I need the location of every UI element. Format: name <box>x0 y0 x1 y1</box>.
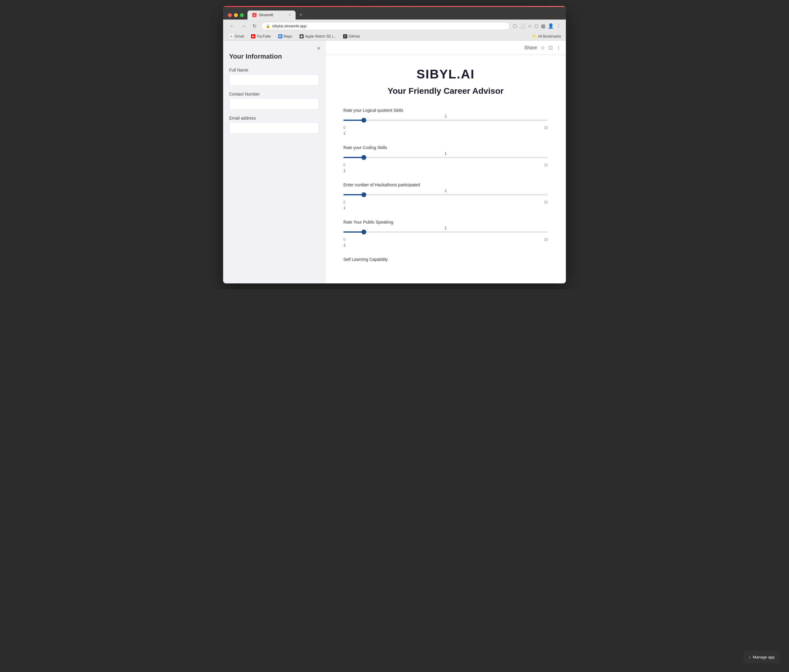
bookmark-github[interactable]: ⬡ GitHub <box>342 33 361 39</box>
logical-quotient-section: Rate your Logical quotient Skills 1 0 10… <box>343 108 548 135</box>
logical-quotient-current: 1 <box>343 131 548 135</box>
share-button[interactable]: Share <box>524 45 537 51</box>
cast-button[interactable]: ⬡ <box>513 23 517 29</box>
sidebar-close-button[interactable]: × <box>317 45 320 52</box>
coding-skills-value-top: 1 <box>343 151 548 156</box>
public-speaking-min: 0 <box>343 237 345 242</box>
app-container: Share ☆ ⬡ ⋮ × Your Information Full Name… <box>223 41 566 283</box>
contact-number-group: Contact Number <box>229 92 319 110</box>
public-speaking-section: Rate Your Public Speaking 1 0 10 1 <box>343 220 548 247</box>
hackathons-current: 1 <box>343 205 548 210</box>
email-address-input[interactable] <box>229 122 319 134</box>
public-speaking-range-labels: 0 10 <box>343 237 548 242</box>
traffic-lights <box>228 13 244 17</box>
public-speaking-input[interactable] <box>343 231 548 236</box>
tab-bar: S Streamlit × + <box>248 11 548 19</box>
gmail-favicon: G <box>229 34 233 38</box>
close-button[interactable] <box>228 13 232 17</box>
contact-number-input[interactable] <box>229 98 319 110</box>
sidebar-button[interactable]: ▦ <box>541 23 545 29</box>
topbar-star-button[interactable]: ☆ <box>541 45 545 51</box>
coding-skills-current: 1 <box>343 168 548 173</box>
full-name-label: Full Name <box>229 68 319 72</box>
public-speaking-slider-container <box>343 231 548 236</box>
github-favicon: ⬡ <box>343 34 347 38</box>
coding-skills-input[interactable] <box>343 157 548 162</box>
bookmarks-bar: G Gmail ▶ YouTube M Maps ◆ Apple Watch S… <box>223 32 566 41</box>
logical-quotient-min: 0 <box>343 126 345 130</box>
tab-title: Streamlit <box>259 13 273 17</box>
logical-quotient-input[interactable] <box>343 119 548 124</box>
tab-favicon: S <box>252 13 257 17</box>
lock-icon: 🔒 <box>266 24 270 28</box>
public-speaking-label: Rate Your Public Speaking <box>343 220 548 225</box>
apple-favicon: ◆ <box>299 34 304 38</box>
coding-skills-label: Rate your Coding Skills <box>343 145 548 150</box>
coding-skills-section: Rate your Coding Skills 1 0 10 1 <box>343 145 548 173</box>
app-topbar: Share ☆ ⬡ ⋮ <box>325 41 566 55</box>
menu-button[interactable]: ⋮ <box>556 23 561 29</box>
coding-skills-min: 0 <box>343 163 345 167</box>
maps-favicon: M <box>278 34 282 38</box>
topbar-menu-button[interactable]: ⋮ <box>556 45 561 51</box>
public-speaking-current: 1 <box>343 243 548 247</box>
browser-window: S Streamlit × + ← → ↻ 🔒 sibylai.streamli… <box>223 6 566 283</box>
nav-bar: ← → ↻ 🔒 sibylai.streamlit.app ⬡ ⬜ ☆ ⬡ ▦ … <box>223 19 566 32</box>
sidebar: × Your Information Full Name Contact Num… <box>223 41 325 283</box>
contact-number-label: Contact Number <box>229 92 319 97</box>
maps-label: Maps <box>284 34 292 38</box>
nav-actions: ⬡ ⬜ ☆ ⬡ ▦ 👤 ⋮ <box>513 23 561 29</box>
logical-quotient-slider-container <box>343 119 548 124</box>
apple-label: Apple Watch SE |... <box>305 34 336 38</box>
bookmark-maps[interactable]: M Maps <box>277 33 294 39</box>
star-button[interactable]: ☆ <box>528 23 532 29</box>
full-name-input[interactable] <box>229 74 319 86</box>
new-tab-button[interactable]: + <box>297 11 305 19</box>
full-name-group: Full Name <box>229 68 319 86</box>
public-speaking-max: 10 <box>544 237 548 242</box>
app-subtitle: Your Friendly Career Advisor <box>343 86 548 96</box>
topbar-github-button[interactable]: ⬡ <box>548 45 553 51</box>
youtube-label: YouTube <box>257 34 271 38</box>
back-button[interactable]: ← <box>228 23 236 29</box>
self-learning-section: Self Learning Capability <box>343 257 548 262</box>
coding-skills-max: 10 <box>544 163 548 167</box>
profile-button[interactable]: 👤 <box>548 23 554 29</box>
hackathons-input[interactable] <box>343 194 548 199</box>
hackathons-section: Enter number of Hackathons participated … <box>343 182 548 210</box>
all-bookmarks-label: All Bookmarks <box>538 34 561 38</box>
screenshot-button[interactable]: ⬜ <box>519 23 525 29</box>
main-content: SIBYL.AI Your Friendly Career Advisor Ra… <box>325 41 566 283</box>
bookmark-apple[interactable]: ◆ Apple Watch SE |... <box>298 33 337 39</box>
logical-quotient-label: Rate your Logical quotient Skills <box>343 108 548 113</box>
hackathons-max: 10 <box>544 200 548 204</box>
maximize-button[interactable] <box>240 13 244 17</box>
coding-skills-slider-container <box>343 157 548 162</box>
active-tab[interactable]: S Streamlit × <box>248 11 295 19</box>
minimize-button[interactable] <box>234 13 238 17</box>
logical-quotient-range-labels: 0 10 <box>343 126 548 130</box>
sidebar-title: Your Information <box>229 53 319 61</box>
public-speaking-value-top: 1 <box>343 226 548 230</box>
hackathons-range-labels: 0 10 <box>343 200 548 204</box>
logical-quotient-max: 10 <box>544 126 548 130</box>
bookmark-gmail[interactable]: G Gmail <box>228 33 245 39</box>
tab-close-button[interactable]: × <box>289 13 291 17</box>
logical-quotient-value-top: 1 <box>343 114 548 118</box>
extensions-button[interactable]: ⬡ <box>534 23 538 29</box>
hackathons-min: 0 <box>343 200 345 204</box>
email-address-group: Email address <box>229 116 319 134</box>
bookmark-youtube[interactable]: ▶ YouTube <box>250 33 272 39</box>
bookmarks-folder-icon: 📁 <box>532 34 537 38</box>
address-bar[interactable]: 🔒 sibylai.streamlit.app <box>261 22 509 30</box>
github-label: GitHub <box>348 34 359 38</box>
gmail-label: Gmail <box>235 34 244 38</box>
coding-skills-range-labels: 0 10 <box>343 163 548 167</box>
refresh-button[interactable]: ↻ <box>251 22 258 29</box>
hackathons-label: Enter number of Hackathons participated <box>343 182 548 187</box>
forward-button[interactable]: → <box>240 23 248 29</box>
app-logo: SIBYL.AI <box>343 67 548 81</box>
title-bar: S Streamlit × + <box>223 7 566 19</box>
self-learning-label: Self Learning Capability <box>343 257 548 262</box>
all-bookmarks[interactable]: 📁 All Bookmarks <box>532 34 561 38</box>
